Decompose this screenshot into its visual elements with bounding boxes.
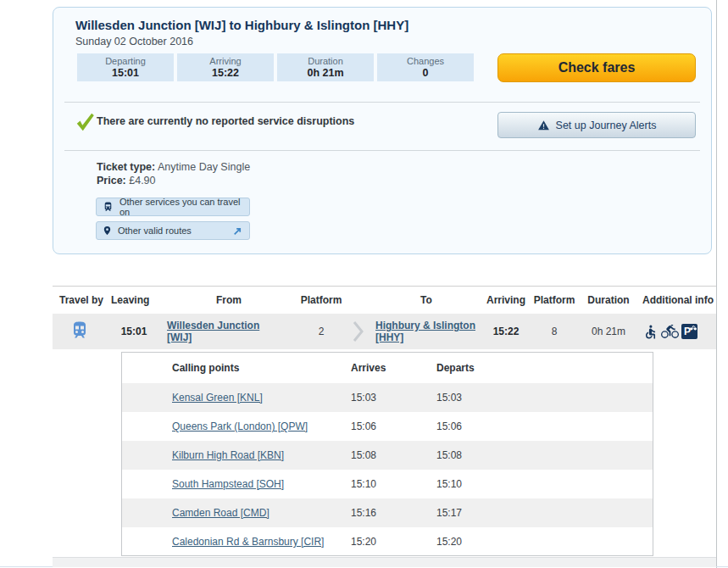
- station-link[interactable]: Caledonian Rd & Barnsbury [CIR]: [172, 536, 324, 548]
- station-link[interactable]: Kensal Green [KNL]: [172, 392, 263, 404]
- location-pin-icon: [103, 225, 112, 237]
- journey-table-header: Travel by Leaving From Platform To Arriv…: [53, 286, 716, 314]
- summary-value: 15:01: [112, 67, 139, 79]
- departs-time: 15:20: [436, 536, 653, 548]
- check-fares-button[interactable]: Check fares: [497, 53, 696, 82]
- travel-by-cell: [53, 319, 107, 344]
- mini-bicycle-icon: [690, 325, 697, 331]
- from-cell: Willesden Junction [WIJ]: [161, 320, 297, 343]
- journey-summary-row: Departing 15:01 Arriving 15:22 Duration …: [77, 53, 474, 81]
- col-header-arriving: Arriving: [481, 294, 531, 306]
- calling-point-row: Kensal Green [KNL] 15:03 15:03: [122, 383, 653, 412]
- arriving-time: 15:22: [481, 326, 531, 337]
- col-header-to: To: [371, 294, 481, 306]
- summary-arriving: Arriving 15:22: [177, 53, 274, 81]
- cp-header-departs: Departs: [436, 362, 653, 374]
- station-link[interactable]: Kilburn High Road [KBN]: [172, 449, 284, 461]
- calling-point-row: Camden Road [CMD] 15:16 15:17: [122, 498, 653, 527]
- summary-label: Duration: [308, 56, 343, 67]
- ticket-type-value: Anytime Day Single: [155, 161, 250, 173]
- cp-header-station: Calling points: [172, 362, 351, 374]
- wheelchair-icon: [642, 324, 659, 340]
- page-title: Willesden Junction [WIJ] to Highbury & I…: [75, 18, 408, 32]
- to-platform: 8: [531, 326, 578, 337]
- external-link-icon: [232, 226, 243, 237]
- summary-changes: Changes 0: [377, 53, 474, 81]
- from-station-link[interactable]: Willesden Junction [WIJ]: [167, 320, 275, 343]
- other-valid-routes-button[interactable]: Other valid routes: [96, 221, 250, 240]
- calling-points-header: Calling points Arrives Departs: [122, 353, 653, 383]
- train-icon: [103, 201, 114, 213]
- chevron-cell: [346, 320, 371, 342]
- arrives-time: 15:16: [351, 507, 436, 519]
- departs-time: 15:17: [436, 507, 653, 519]
- journey-alerts-label: Set up Journey Alerts: [556, 120, 657, 131]
- check-icon: [74, 111, 96, 133]
- other-services-label: Other services you can travel on: [119, 197, 243, 217]
- summary-label: Departing: [105, 56, 146, 67]
- arrives-time: 15:06: [351, 420, 436, 432]
- summary-departing: Departing 15:01: [77, 53, 174, 81]
- journey-results-page: Willesden Junction [WIJ] to Highbury & I…: [0, 0, 728, 568]
- ticket-price-value: £4.90: [126, 175, 156, 187]
- summary-duration: Duration 0h 21m: [277, 53, 374, 81]
- leaving-time: 15:01: [107, 326, 161, 337]
- to-station-link[interactable]: Highbury & Islington [HHY]: [375, 320, 481, 343]
- station-link[interactable]: South Hampstead [SOH]: [172, 478, 284, 490]
- departs-time: 15:10: [436, 478, 653, 490]
- summary-label: Changes: [407, 56, 444, 67]
- departs-time: 15:06: [436, 420, 653, 432]
- journey-date: Sunday 02 October 2016: [75, 36, 193, 47]
- ticket-price-line: Price: £4.90: [97, 175, 156, 187]
- journey-summary-panel: Willesden Junction [WIJ] to Highbury & I…: [53, 7, 712, 254]
- journey-alerts-button[interactable]: Set up Journey Alerts: [497, 112, 696, 138]
- summary-value: 0h 21m: [307, 67, 343, 79]
- cp-header-arrives: Arrives: [351, 362, 436, 374]
- panel-divider: [64, 102, 700, 103]
- summary-label: Arriving: [209, 56, 241, 67]
- train-icon: [69, 319, 90, 342]
- col-header-platform2: Platform: [531, 294, 578, 306]
- station-link[interactable]: Queens Park (London) [QPW]: [172, 420, 308, 432]
- warning-icon: [537, 120, 550, 131]
- additional-info-cell: P: [639, 324, 716, 340]
- col-header-from: From: [161, 294, 297, 306]
- to-cell: Highbury & Islington [HHY]: [371, 320, 481, 343]
- other-services-button[interactable]: Other services you can travel on: [96, 198, 250, 216]
- disruption-status-text: There are currently no reported service …: [97, 115, 354, 127]
- ticket-type-line: Ticket type: Anytime Day Single: [97, 161, 250, 173]
- calling-point-row: Kilburn High Road [KBN] 15:08 15:08: [122, 441, 653, 470]
- calling-point-row: Caledonian Rd & Barnsbury [CIR] 15:20 15…: [122, 527, 653, 556]
- col-header-additional: Additional info: [639, 294, 716, 306]
- col-header-duration: Duration: [578, 294, 639, 306]
- panel-divider: [64, 150, 700, 151]
- chevron-right-icon: [353, 320, 364, 342]
- col-header-travel-by: Travel by: [53, 294, 107, 306]
- right-edge-divider: [716, 0, 717, 568]
- calling-point-row: South Hampstead [SOH] 15:10 15:10: [122, 470, 653, 498]
- ticket-type-label: Ticket type:: [97, 161, 155, 173]
- from-platform: 2: [297, 326, 346, 337]
- summary-value: 0: [423, 67, 429, 79]
- cycle-parking-icon: P: [681, 324, 697, 339]
- arrives-time: 15:20: [351, 536, 436, 548]
- journey-row[interactable]: 15:01 Willesden Junction [WIJ] 2 Highbur…: [53, 314, 716, 349]
- summary-value: 15:22: [212, 67, 239, 79]
- bicycle-icon: [661, 325, 679, 338]
- calling-points-panel: Calling points Arrives Departs Kensal Gr…: [121, 352, 653, 556]
- arrives-time: 15:10: [351, 478, 436, 490]
- departs-time: 15:08: [436, 449, 653, 461]
- duration-cell: 0h 21m: [578, 326, 639, 337]
- station-link[interactable]: Camden Road [CMD]: [172, 507, 270, 519]
- departs-time: 15:03: [436, 392, 653, 404]
- next-journey-row-partial: [53, 557, 716, 567]
- col-header-leaving: Leaving: [107, 294, 161, 306]
- arrives-time: 15:08: [351, 449, 436, 461]
- ticket-price-label: Price:: [97, 175, 126, 187]
- col-header-platform: Platform: [297, 294, 346, 306]
- other-valid-routes-label: Other valid routes: [118, 226, 226, 236]
- calling-point-row: Queens Park (London) [QPW] 15:06 15:06: [122, 412, 653, 441]
- arrives-time: 15:03: [351, 392, 436, 404]
